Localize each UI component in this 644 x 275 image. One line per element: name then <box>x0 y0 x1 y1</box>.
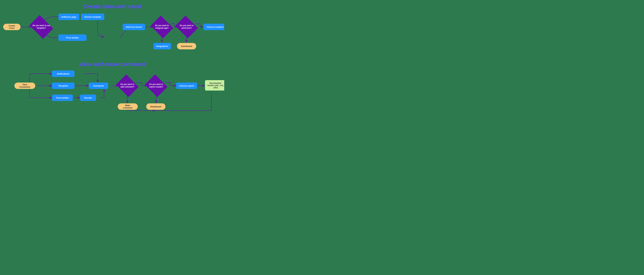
results-node: Results <box>80 95 96 101</box>
choose-export-node: Choose export <box>176 83 197 89</box>
notifications-node: Notifications <box>52 71 74 77</box>
diamond2-node: Do you want to integrate app? <box>150 16 173 38</box>
svg-text:No: No <box>136 80 139 82</box>
svg-text:Yes: Yes <box>165 80 168 82</box>
make-comment-node: Make comment <box>118 103 138 110</box>
documented-results-node: Documented results (.pdf, .csv, .xlsx) <box>205 80 224 91</box>
choose-template-node: Choose template <box>81 14 104 20</box>
dashboard2-node: Dashboard <box>146 103 166 110</box>
svg-text:No: No <box>157 98 159 100</box>
choose-recipient-node: Choose recipient <box>204 24 224 30</box>
form-builder1-node: Form builder <box>58 35 86 41</box>
integrations-node: Integrations <box>154 43 171 49</box>
main-container: Create form and send Yes No <box>2 0 222 128</box>
diamond3-node: Do you want to send form? <box>175 16 198 38</box>
add-form-blocks-node: Add form blocks <box>123 24 145 30</box>
briflverse-node: briflverse page <box>58 14 79 20</box>
diamond5-node: Do you want to export results? <box>145 74 167 97</box>
form-builder2-node: Form builder <box>52 95 73 101</box>
recipient-node: Recipient <box>52 83 74 89</box>
svg-text:Yes: Yes <box>128 98 131 100</box>
section-view-comment: View and make comment <box>2 61 222 119</box>
section-create-form: Create form and send Yes No <box>2 3 222 55</box>
arrows-svg-2: Yes No Yes No <box>2 61 222 119</box>
section1-title: Create form and send <box>2 3 222 10</box>
diamond4-node: Do you want to add comment? <box>116 74 138 97</box>
section2-title: View and make comment <box>2 61 222 67</box>
svg-text:Yes: Yes <box>196 21 199 23</box>
view-comments-node: View Comments <box>14 83 35 89</box>
diamond1-node: Do you want to use template? <box>30 15 53 39</box>
svg-text:Yes: Yes <box>44 17 48 19</box>
comments-node: Comments <box>89 83 108 89</box>
dashboard1-node: Dashboard <box>177 43 196 49</box>
create-form-node: Create Form <box>3 24 20 30</box>
svg-text:No: No <box>171 21 173 23</box>
